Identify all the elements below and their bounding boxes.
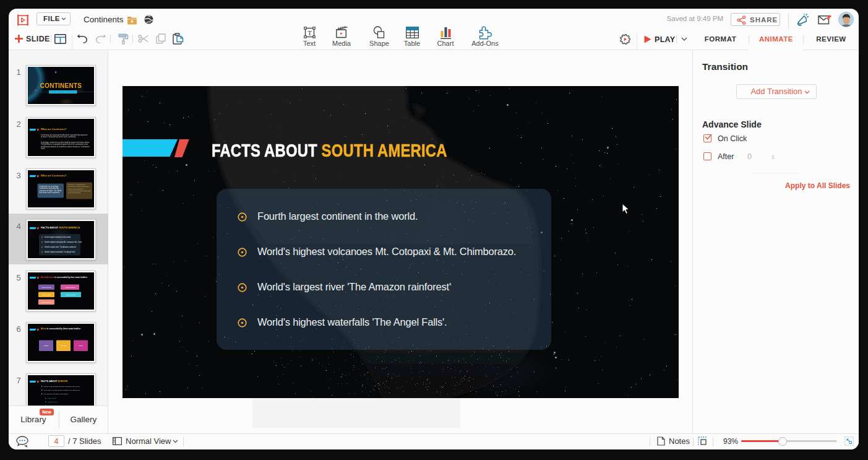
svg-text:T: T [307,29,312,37]
